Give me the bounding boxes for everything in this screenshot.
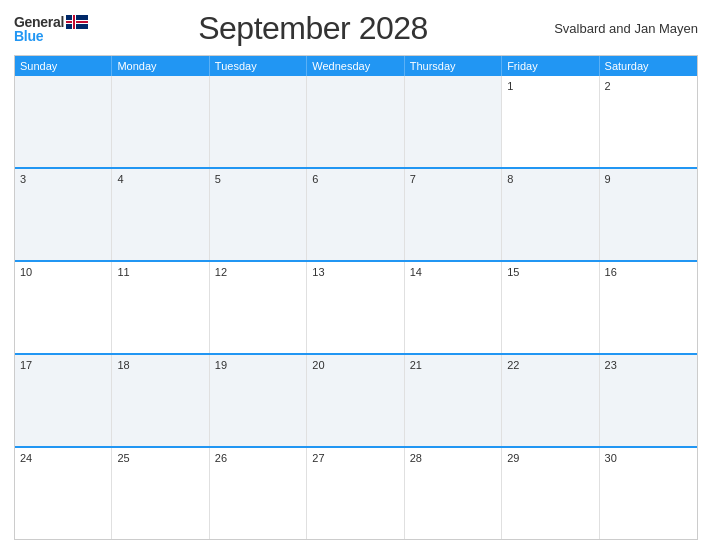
- cell-22: 22: [502, 355, 599, 446]
- cell-empty: [210, 76, 307, 167]
- cell-25: 25: [112, 448, 209, 539]
- header-thursday: Thursday: [405, 56, 502, 76]
- cell-empty: [307, 76, 404, 167]
- cell-10: 10: [15, 262, 112, 353]
- cell-11: 11: [112, 262, 209, 353]
- cell-empty: [112, 76, 209, 167]
- cell-15: 15: [502, 262, 599, 353]
- cell-7: 7: [405, 169, 502, 260]
- cell-18: 18: [112, 355, 209, 446]
- cell-23: 23: [600, 355, 697, 446]
- header-monday: Monday: [112, 56, 209, 76]
- cell-5: 5: [210, 169, 307, 260]
- month-title: September 2028: [88, 10, 538, 47]
- logo-general-text: General: [14, 15, 64, 29]
- svg-rect-2: [66, 21, 88, 23]
- cell-24: 24: [15, 448, 112, 539]
- cell-6: 6: [307, 169, 404, 260]
- cell-21: 21: [405, 355, 502, 446]
- cell-empty: [405, 76, 502, 167]
- cell-17: 17: [15, 355, 112, 446]
- cell-19: 19: [210, 355, 307, 446]
- calendar-body: 1 2 3 4 5 6 7 8 9 10 11 12 13 14 15 16: [15, 76, 697, 539]
- cell-29: 29: [502, 448, 599, 539]
- cell-12: 12: [210, 262, 307, 353]
- week-1: 1 2: [15, 76, 697, 167]
- cell-empty: [15, 76, 112, 167]
- calendar: Sunday Monday Tuesday Wednesday Thursday…: [14, 55, 698, 540]
- cell-14: 14: [405, 262, 502, 353]
- cell-3: 3: [15, 169, 112, 260]
- header-wednesday: Wednesday: [307, 56, 404, 76]
- cell-30: 30: [600, 448, 697, 539]
- cell-1: 1: [502, 76, 599, 167]
- cell-9: 9: [600, 169, 697, 260]
- logo: General Blue: [14, 15, 88, 43]
- cell-27: 27: [307, 448, 404, 539]
- header-friday: Friday: [502, 56, 599, 76]
- header: General Blue September 2028 Svalbard and…: [14, 10, 698, 47]
- header-tuesday: Tuesday: [210, 56, 307, 76]
- cell-28: 28: [405, 448, 502, 539]
- cell-2: 2: [600, 76, 697, 167]
- week-4: 17 18 19 20 21 22 23: [15, 353, 697, 446]
- region-label: Svalbard and Jan Mayen: [538, 21, 698, 36]
- header-sunday: Sunday: [15, 56, 112, 76]
- page: General Blue September 2028 Svalbard and…: [0, 0, 712, 550]
- cell-20: 20: [307, 355, 404, 446]
- week-3: 10 11 12 13 14 15 16: [15, 260, 697, 353]
- cell-8: 8: [502, 169, 599, 260]
- calendar-header: Sunday Monday Tuesday Wednesday Thursday…: [15, 56, 697, 76]
- cell-26: 26: [210, 448, 307, 539]
- cell-4: 4: [112, 169, 209, 260]
- week-5: 24 25 26 27 28 29 30: [15, 446, 697, 539]
- header-saturday: Saturday: [600, 56, 697, 76]
- cell-13: 13: [307, 262, 404, 353]
- week-2: 3 4 5 6 7 8 9: [15, 167, 697, 260]
- cell-16: 16: [600, 262, 697, 353]
- logo-blue-text: Blue: [14, 29, 43, 43]
- svg-rect-4: [73, 15, 75, 29]
- logo-flag-icon: [66, 15, 88, 29]
